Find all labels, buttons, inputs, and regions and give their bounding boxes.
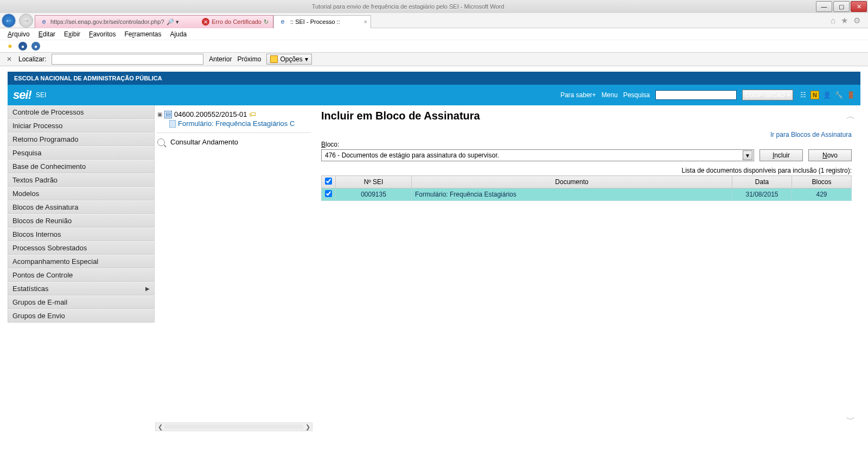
add-favorite-icon[interactable]: ★	[5, 42, 14, 51]
globe-blue-icon[interactable]: ●	[18, 42, 27, 51]
incluir-button[interactable]: Incluir	[760, 149, 803, 161]
tab-close-icon[interactable]: ×	[364, 18, 367, 25]
back-button[interactable]: ←	[2, 14, 16, 28]
tree-horizontal-scrollbar[interactable]: ❮ ❯	[155, 422, 312, 431]
ie-menu-item[interactable]: Ajuda	[170, 30, 187, 38]
ie-menu-item[interactable]: Favoritos	[89, 30, 116, 38]
refresh-icon[interactable]: ↻	[264, 18, 269, 26]
novo-button[interactable]: Novo	[808, 149, 852, 161]
browser-tab[interactable]: e :: SEI - Processo :: ×	[273, 15, 371, 28]
sidebar-item[interactable]: Retorno Programado	[8, 132, 155, 146]
find-input[interactable]	[52, 54, 203, 65]
col-data: Data	[732, 176, 792, 188]
consultar-andamento-link[interactable]: Consultar Andamento	[157, 137, 310, 147]
chevron-down-icon: ▾	[305, 55, 308, 63]
tab-title: :: SEI - Processo ::	[290, 18, 340, 25]
col-doc: Documento	[412, 176, 732, 188]
scroll-left-icon[interactable]: ❮	[156, 424, 164, 431]
sidebar-item[interactable]: Grupos de Envio	[8, 309, 155, 323]
sidebar-item[interactable]: Processos Sobrestados	[8, 241, 155, 255]
sidebar-item[interactable]: Modelos	[8, 187, 155, 200]
key-icon[interactable]: 🔧	[834, 91, 843, 99]
ie-menu-item[interactable]: Ferramentas	[124, 30, 161, 38]
tag-icon[interactable]: 🏷	[249, 110, 256, 118]
sidebar-item[interactable]: Pesquisa	[8, 146, 155, 160]
cell-doc: Formulário: Frequência Estagiários	[412, 188, 732, 201]
sidebar-item[interactable]: Grupos de E-mail	[8, 295, 155, 309]
sei-logo: sei!	[13, 88, 31, 102]
favorite-star-icon[interactable]: ★	[841, 16, 848, 26]
sidebar: Controle de ProcessosIniciar ProcessoRet…	[8, 105, 155, 431]
home-icon[interactable]: ⌂	[831, 16, 835, 26]
sidebar-item-label: Pontos de Controle	[12, 271, 73, 279]
ie-menu-item[interactable]: Editar	[39, 30, 55, 38]
link-menu[interactable]: Menu	[602, 91, 618, 99]
document-label: Formulário: Frequência Estagiários C	[178, 119, 295, 128]
sidebar-item-label: Controle de Processos	[12, 108, 84, 116]
find-next-button[interactable]: Próximo	[237, 55, 261, 63]
user-icon[interactable]: 👤	[822, 91, 831, 99]
sidebar-item-label: Grupos de E-mail	[12, 298, 67, 306]
sidebar-item[interactable]: Blocos de Reunião	[8, 214, 155, 228]
find-options-button[interactable]: Opções ▾	[266, 54, 311, 65]
link-pesquisa[interactable]: Pesquisa	[623, 91, 650, 99]
pencil-icon	[270, 55, 278, 63]
row-checkbox[interactable]	[325, 190, 332, 197]
collapse-up-icon[interactable]: ︿	[846, 111, 855, 122]
ie-menu-bar: ArquivoEditarExibirFavoritosFerramentasA…	[0, 28, 868, 40]
cell-data: 31/08/2015	[732, 188, 792, 201]
settings-gear-icon[interactable]: ⚙	[853, 16, 860, 26]
chevron-down-icon: ▾	[787, 92, 790, 99]
window-maximize-button[interactable]: ▢	[833, 1, 850, 12]
find-prev-button[interactable]: Anterior	[209, 55, 232, 63]
scroll-track[interactable]	[164, 425, 303, 429]
forward-button[interactable]: →	[19, 14, 33, 28]
document-icon	[169, 120, 176, 128]
sidebar-item-label: Estatísticas	[12, 285, 48, 293]
tree-toggle-icon[interactable]: ▣	[157, 111, 162, 117]
ie-right-icons: ⌂ ★ ⚙	[831, 16, 868, 26]
window-minimize-button[interactable]: —	[816, 1, 832, 12]
sidebar-item[interactable]: Base de Conhecimento	[8, 160, 155, 173]
sidebar-item[interactable]: Blocos de Assinatura	[8, 200, 155, 214]
sidebar-item[interactable]: Estatísticas▶	[8, 282, 155, 295]
sidebar-item[interactable]: Controle de Processos	[8, 105, 155, 119]
workspace: Controle de ProcessosIniciar ProcessoRet…	[8, 105, 860, 431]
page-title: Incluir em Bloco de Assinatura	[321, 110, 852, 122]
find-close-icon[interactable]: ✕	[5, 55, 13, 63]
sidebar-item[interactable]: Blocos Internos	[8, 228, 155, 241]
ie-icon: e	[40, 17, 48, 26]
find-bar: ✕ Localizar: Anterior Próximo Opções ▾	[0, 52, 868, 66]
novidades-icon[interactable]: N	[810, 91, 819, 99]
select-all-checkbox[interactable]	[325, 178, 332, 185]
link-ir-blocos[interactable]: Ir para Blocos de Assinatura	[770, 131, 852, 138]
window-titlebar: Tutorial para envio de frequência de est…	[0, 0, 868, 13]
cert-error-label: Erro do Certificado	[212, 18, 261, 25]
separator	[157, 132, 310, 133]
table-row[interactable]: 0009135 Formulário: Frequência Estagiári…	[322, 188, 852, 201]
sidebar-item[interactable]: Iniciar Processo	[8, 119, 155, 132]
process-node[interactable]: ▣ ▤ 04600.200552/2015-01 🏷	[157, 110, 310, 119]
window-close-button[interactable]: ✕	[851, 1, 867, 12]
url-tab[interactable]: e https://sei.enap.gov.br/sei/controlado…	[35, 15, 273, 28]
ie-menu-item[interactable]: Exibir	[64, 30, 80, 38]
bloco-select-value: 476 - Documentos de estágio para assinat…	[325, 152, 499, 159]
content-pane: ︿ Incluir em Bloco de Assinatura Ir para…	[312, 105, 860, 431]
scroll-right-icon[interactable]: ❯	[303, 424, 312, 431]
grid-icon[interactable]: ☷	[799, 91, 807, 99]
chevron-right-icon: ▶	[145, 286, 150, 292]
sei-search-input[interactable]	[655, 90, 737, 100]
bloco-select[interactable]: 476 - Documentos de estágio para assinat…	[321, 149, 754, 161]
globe-icon[interactable]: ●	[31, 42, 40, 51]
sidebar-item[interactable]: Acompanhamento Especial	[8, 255, 155, 268]
document-node[interactable]: Formulário: Frequência Estagiários C	[169, 119, 310, 128]
sidebar-item[interactable]: Textos Padrão	[8, 173, 155, 187]
collapse-down-icon[interactable]: ﹀	[846, 414, 855, 426]
process-number: 04600.200552/2015-01	[174, 110, 247, 118]
sidebar-item[interactable]: Pontos de Controle	[8, 268, 155, 282]
link-para-saber[interactable]: Para saber+	[560, 91, 596, 99]
exit-icon[interactable]: 🚪	[846, 91, 855, 99]
unit-select[interactable]: CGGP-SECAD ▾	[742, 90, 793, 100]
ie-menu-item[interactable]: Arquivo	[8, 30, 30, 38]
search-dropdown-icon[interactable]: 🔎 ▾	[167, 18, 179, 26]
